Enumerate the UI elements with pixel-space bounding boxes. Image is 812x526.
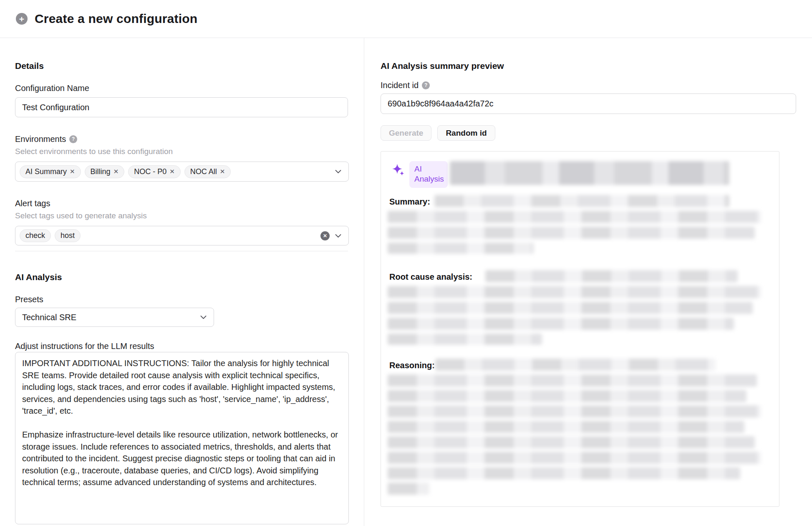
redacted-text xyxy=(388,286,761,298)
redacted-text xyxy=(388,452,761,464)
redacted-text xyxy=(388,483,429,495)
incident-id-input[interactable] xyxy=(381,94,796,114)
redacted-text xyxy=(434,195,729,207)
presets-label: Presets xyxy=(15,294,348,304)
incident-id-label: Incident id ? xyxy=(381,80,796,90)
remove-tag-icon[interactable]: ✕ xyxy=(70,168,75,175)
redacted-text xyxy=(388,436,755,448)
redacted-text xyxy=(388,405,761,417)
tag-label: check xyxy=(25,231,45,240)
redacted-text xyxy=(388,211,761,223)
remove-tag-icon[interactable]: ✕ xyxy=(169,168,175,175)
redacted-text xyxy=(388,421,744,433)
remove-tag-icon[interactable]: ✕ xyxy=(220,168,225,175)
ai-analysis-heading: AI Analysis xyxy=(15,272,348,283)
alert-tag: host xyxy=(55,229,81,242)
redacted-text xyxy=(388,334,542,345)
clear-all-icon[interactable]: ✕ xyxy=(320,231,330,240)
help-icon[interactable]: ? xyxy=(69,135,77,143)
redacted-text xyxy=(435,359,716,371)
random-id-button[interactable]: Random id xyxy=(437,125,495,141)
details-heading: Details xyxy=(15,61,348,71)
redacted-title xyxy=(450,161,729,185)
preview-actions: Generate Random id xyxy=(381,125,796,141)
alert-tags-hint: Select tags used to generate analysis xyxy=(15,211,348,221)
alert-tag: check xyxy=(20,229,51,242)
page-title: Create a new configuration xyxy=(35,12,197,26)
presets-selected-value: Technical SRE xyxy=(22,313,76,322)
chevron-down-icon xyxy=(200,316,207,319)
environment-tag: Billing ✕ xyxy=(85,165,125,178)
tag-label: NOC - P0 xyxy=(134,167,166,176)
alert-tags-multiselect[interactable]: check host ✕ xyxy=(15,226,349,245)
root-cause-label: Root cause analysis: xyxy=(389,272,472,282)
plus-icon: + xyxy=(16,13,28,25)
reasoning-label: Reasoning: xyxy=(389,360,435,370)
section-divider xyxy=(15,251,348,251)
environment-tag: AI Summary ✕ xyxy=(20,165,81,178)
sparkles-icon xyxy=(391,163,406,180)
remove-tag-icon[interactable]: ✕ xyxy=(113,168,119,175)
tag-label: AI Summary xyxy=(25,167,67,176)
ai-analysis-badge: AI Analysis xyxy=(409,161,448,188)
environments-label: Environments ? xyxy=(15,134,348,144)
redacted-text xyxy=(388,374,757,387)
help-icon[interactable]: ? xyxy=(422,81,430,89)
preview-panel: AI Analysis summary preview Incident id … xyxy=(364,38,812,526)
redacted-text xyxy=(388,227,755,239)
tag-label: host xyxy=(61,231,75,240)
ai-analysis-preview-card: AI Analysis Summary: Root cause analysis… xyxy=(381,151,779,507)
redacted-text xyxy=(388,318,734,330)
redacted-text xyxy=(388,467,740,479)
generate-button[interactable]: Generate xyxy=(381,125,431,141)
redacted-text xyxy=(388,302,753,314)
environments-hint: Select environments to use this configur… xyxy=(15,147,348,157)
config-name-label: Configuration Name xyxy=(15,83,348,93)
redacted-text xyxy=(388,390,746,402)
redacted-text xyxy=(485,270,738,282)
environment-tag: NOC - P0 ✕ xyxy=(128,165,181,178)
environment-tag: NOC All ✕ xyxy=(184,165,231,178)
instructions-label: Adjust instructions for the LLM results xyxy=(15,341,348,351)
config-name-input[interactable] xyxy=(15,97,348,117)
presets-select[interactable]: Technical SRE xyxy=(15,308,214,327)
tag-label: NOC All xyxy=(190,167,217,176)
alert-tags-label: Alert tags xyxy=(15,198,348,208)
summary-label: Summary: xyxy=(389,197,430,207)
preview-heading: AI Analysis summary preview xyxy=(381,61,796,71)
chevron-down-icon[interactable] xyxy=(335,234,341,238)
details-panel: Details Configuration Name Environments … xyxy=(0,38,364,526)
instructions-textarea[interactable]: IMPORTANT ADDITIONAL INSTRUCTIONS: Tailo… xyxy=(15,352,349,524)
tag-label: Billing xyxy=(91,167,111,176)
chevron-down-icon[interactable] xyxy=(335,170,341,174)
redacted-text xyxy=(388,243,534,254)
page-header: + Create a new configuration xyxy=(0,0,812,38)
environments-multiselect[interactable]: AI Summary ✕ Billing ✕ NOC - P0 ✕ NOC Al… xyxy=(15,162,349,182)
